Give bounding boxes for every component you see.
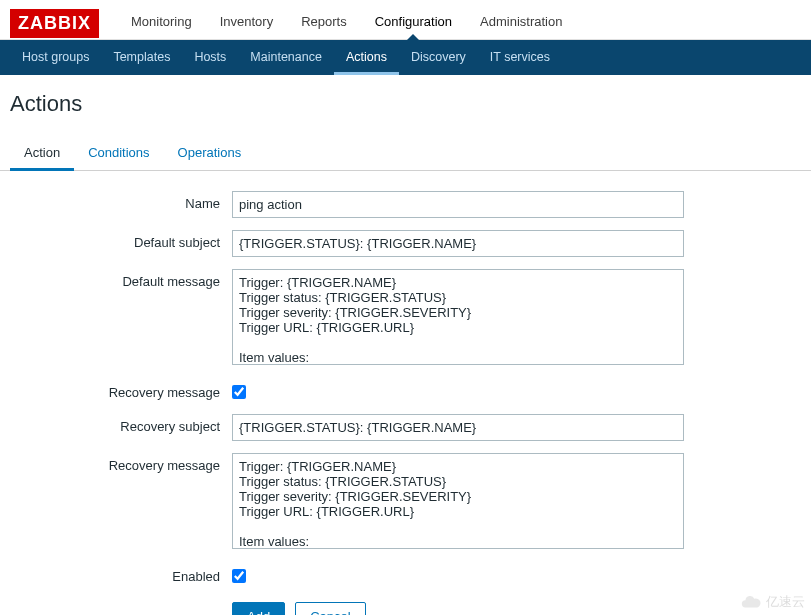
action-form: Name Default subject Default message Rec… [0,171,811,615]
cloud-icon [740,591,762,613]
recovery-subject-input[interactable] [232,414,684,441]
enabled-label: Enabled [10,564,232,584]
cancel-button[interactable]: Cancel [295,602,365,615]
name-input[interactable] [232,191,684,218]
top-nav-items: Monitoring Inventory Reports Configurati… [117,8,576,39]
default-subject-label: Default subject [10,230,232,250]
tabs: Action Conditions Operations [0,127,811,171]
subnav-it-services[interactable]: IT services [478,40,562,75]
recovery-subject-label: Recovery subject [10,414,232,434]
nav-configuration[interactable]: Configuration [361,8,466,39]
logo[interactable]: ZABBIX [10,9,99,38]
watermark: 亿速云 [740,591,805,613]
enabled-checkbox[interactable] [232,569,246,583]
subnav-templates[interactable]: Templates [101,40,182,75]
subnav-discovery[interactable]: Discovery [399,40,478,75]
nav-administration[interactable]: Administration [466,8,576,39]
top-nav: ZABBIX Monitoring Inventory Reports Conf… [0,0,811,40]
subnav-hosts[interactable]: Hosts [182,40,238,75]
recovery-message-label: Recovery message [10,453,232,473]
default-message-textarea[interactable] [232,269,684,365]
add-button[interactable]: Add [232,602,285,615]
subnav-maintenance[interactable]: Maintenance [238,40,334,75]
tab-operations[interactable]: Operations [164,137,256,171]
subnav-host-groups[interactable]: Host groups [10,40,101,75]
recovery-checkbox-label: Recovery message [10,380,232,400]
name-label: Name [10,191,232,211]
nav-inventory[interactable]: Inventory [206,8,287,39]
sub-nav: Host groups Templates Hosts Maintenance … [0,40,811,75]
recovery-message-textarea[interactable] [232,453,684,549]
nav-monitoring[interactable]: Monitoring [117,8,206,39]
tab-action[interactable]: Action [10,137,74,171]
default-subject-input[interactable] [232,230,684,257]
recovery-message-checkbox[interactable] [232,385,246,399]
page-title: Actions [0,75,811,127]
nav-reports[interactable]: Reports [287,8,361,39]
default-message-label: Default message [10,269,232,289]
subnav-actions[interactable]: Actions [334,40,399,75]
tab-conditions[interactable]: Conditions [74,137,163,171]
